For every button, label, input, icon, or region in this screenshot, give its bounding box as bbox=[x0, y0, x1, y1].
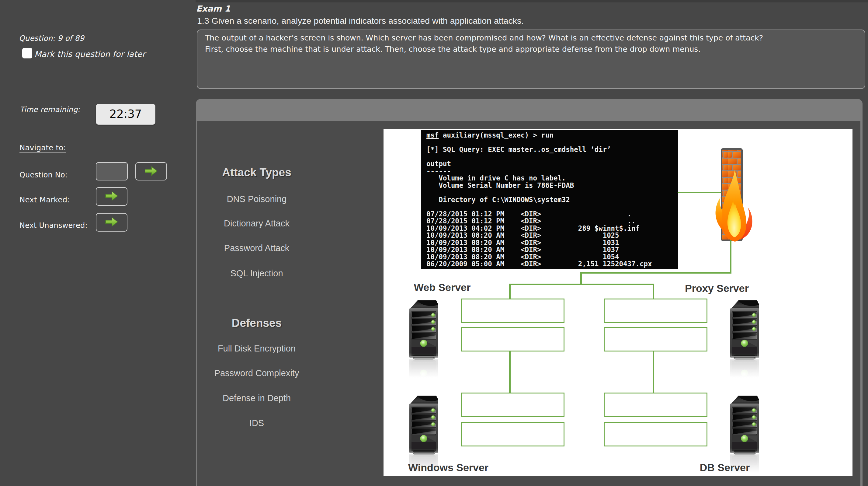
green-arrow-right-icon bbox=[104, 190, 119, 203]
question-text-box: The output of a hacker’s screen is shown… bbox=[197, 30, 865, 89]
terminal-command: auxiliary(mssql_exec) > run bbox=[439, 131, 553, 139]
connector-drop-right bbox=[653, 284, 654, 299]
connector-junction-stub bbox=[580, 272, 582, 285]
drop-target-web-attack[interactable] bbox=[461, 298, 564, 323]
drop-target-windows-defense[interactable] bbox=[461, 422, 564, 447]
drop-target-proxy-defense[interactable] bbox=[604, 327, 707, 351]
windows-server-icon[interactable] bbox=[408, 393, 440, 473]
hacker-terminal-output: msf auxiliary(mssql_exec) > run [*] SQL … bbox=[421, 130, 678, 269]
defense-password-complexity[interactable]: Password Complexity bbox=[197, 368, 316, 378]
web-server-icon[interactable] bbox=[408, 297, 440, 378]
connector-horizontal-main bbox=[580, 272, 732, 274]
attack-types-heading: Attack Types bbox=[197, 166, 316, 179]
attack-type-dns-poisoning[interactable]: DNS Poisoning bbox=[197, 194, 316, 204]
question-no-input[interactable] bbox=[96, 162, 128, 180]
db-server-icon[interactable] bbox=[729, 393, 761, 473]
exam-title: Exam 1 bbox=[196, 4, 230, 13]
network-diagram: msf auxiliary(mssql_exec) > run [*] SQL … bbox=[383, 129, 852, 476]
drop-target-web-defense[interactable] bbox=[461, 327, 564, 351]
mark-question-checkbox[interactable] bbox=[22, 48, 32, 58]
next-unanswered-label: Next Unanswered: bbox=[20, 221, 88, 230]
terminal-body: [*] SQL Query: EXEC master..os_cmdshell … bbox=[426, 139, 678, 268]
question-text-line1: The output of a hacker’s screen is shown… bbox=[205, 32, 856, 44]
drop-target-db-defense[interactable] bbox=[604, 422, 707, 447]
next-unanswered-button[interactable] bbox=[96, 213, 127, 232]
next-marked-label: Next Marked: bbox=[20, 195, 70, 204]
time-remaining-value: 22:37 bbox=[96, 104, 155, 125]
db-server-label: DB Server bbox=[700, 462, 750, 474]
connector-firewall-down bbox=[730, 240, 732, 274]
connector-terminal-to-firewall bbox=[678, 192, 721, 193]
exam-objective: 1.3 Given a scenario, analyze potential … bbox=[197, 16, 524, 26]
question-progress: Question: 9 of 89 bbox=[19, 34, 84, 42]
defense-defense-in-depth[interactable]: Defense in Depth bbox=[197, 393, 316, 403]
time-remaining-label: Time remaining: bbox=[20, 105, 80, 114]
mark-question-label: Mark this question for later bbox=[34, 49, 145, 59]
terminal-prompt: msf bbox=[426, 131, 439, 139]
exam-app: Question: 9 of 89 Mark this question for… bbox=[0, 0, 868, 486]
windows-server-label: Windows Server bbox=[408, 462, 489, 474]
drop-target-db-attack[interactable] bbox=[604, 393, 707, 417]
question-no-label: Question No: bbox=[20, 171, 67, 179]
navigate-heading: Navigate to: bbox=[20, 143, 66, 152]
connector-drop-left bbox=[509, 284, 510, 299]
proxy-server-icon[interactable] bbox=[729, 297, 761, 378]
question-text-line2: First, choose the machine that is under … bbox=[205, 44, 856, 55]
top-strip bbox=[195, 0, 868, 2]
attack-type-password-attack[interactable]: Password Attack bbox=[197, 243, 316, 253]
web-server-label: Web Server bbox=[414, 282, 470, 293]
defenses-heading: Defenses bbox=[197, 317, 316, 330]
attack-type-dictionary-attack[interactable]: Dictionary Attack bbox=[197, 219, 316, 229]
firewall-on-fire-icon bbox=[709, 145, 756, 245]
green-arrow-right-icon bbox=[144, 165, 158, 178]
defense-full-disk-encryption[interactable]: Full Disk Encryption bbox=[197, 344, 316, 353]
attack-type-sql-injection[interactable]: SQL Injection bbox=[197, 268, 316, 279]
connector-mid-left bbox=[509, 351, 510, 393]
drop-target-windows-attack[interactable] bbox=[461, 393, 564, 417]
connector-split bbox=[509, 284, 654, 285]
question-no-go-button[interactable] bbox=[135, 162, 167, 180]
green-arrow-right-icon bbox=[104, 216, 119, 229]
next-marked-button[interactable] bbox=[96, 187, 127, 206]
drop-target-proxy-attack[interactable] bbox=[604, 298, 707, 323]
proxy-server-label: Proxy Server bbox=[685, 282, 749, 294]
defense-ids[interactable]: IDS bbox=[197, 418, 316, 428]
connector-mid-right bbox=[653, 351, 654, 393]
